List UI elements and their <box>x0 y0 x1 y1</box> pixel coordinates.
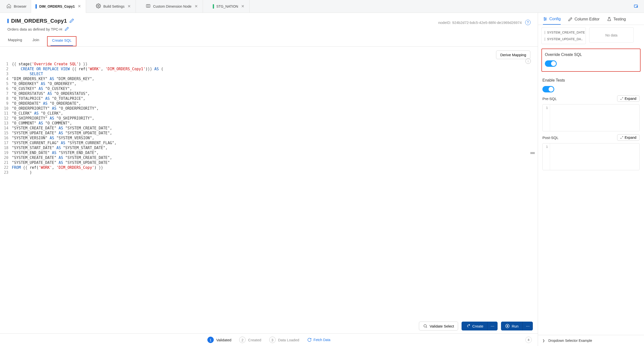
post-sql-expand-button[interactable]: Expand <box>617 134 640 141</box>
subtab-join[interactable]: Join <box>31 36 41 46</box>
create-label: Create <box>472 324 483 328</box>
close-all-tabs-icon[interactable] <box>628 3 644 9</box>
post-sql-editor[interactable]: 1 <box>542 143 640 170</box>
rp-tab-label: Column Editor <box>574 17 599 21</box>
tab-custom-dimension-node[interactable]: Custom Dimension Node ✕ <box>136 0 203 13</box>
accordion-label: Dropdown Selector Example <box>548 339 592 343</box>
column-item[interactable]: SYSTEM_UPDATE_DA.. <box>542 36 586 42</box>
post-sql-section: Post-SQL Expand 1 <box>542 131 640 170</box>
accordion-dropdown-selector[interactable]: ❯ Dropdown Selector Example <box>538 335 644 346</box>
column-name: SYSTEM_CREATE_DATE <box>547 30 585 34</box>
editor-area: Derive Mapping i 12345678910111213141516… <box>0 46 538 319</box>
bar-icon <box>36 4 37 9</box>
home-icon <box>6 3 11 9</box>
fetch-data-label: Fetch Data <box>314 338 330 342</box>
tab-build-settings[interactable]: Build Settings ✕ <box>86 0 136 13</box>
rp-tab-config[interactable]: Config <box>543 17 561 25</box>
tab-stg-nation[interactable]: STG_NATION ✕ <box>203 0 250 13</box>
pre-sql-expand-button[interactable]: Expand <box>617 95 640 102</box>
checkbox-icon[interactable] <box>545 37 545 41</box>
enable-tests-toggle[interactable] <box>542 86 554 92</box>
svg-marker-7 <box>507 325 508 327</box>
close-icon[interactable]: ✕ <box>77 3 81 9</box>
status-step-num: 3 <box>269 337 276 343</box>
enable-tests-section: Enable Tests <box>542 75 640 92</box>
edit-subtitle-icon[interactable] <box>64 27 69 32</box>
svg-point-12 <box>546 19 546 19</box>
column-name: SYSTEM_UPDATE_DA.. <box>547 37 583 41</box>
derive-mapping-button[interactable]: Derive Mapping <box>496 50 530 59</box>
create-button-group: Create ⋯ <box>462 322 498 331</box>
status-step-label: Created <box>248 338 261 342</box>
code-editor[interactable]: 1234567891011121314151617181920212223 {{… <box>2 62 535 175</box>
status-step-num: 1 <box>207 337 214 343</box>
validate-label: Validate Select <box>430 324 454 328</box>
rp-tab-column-editor[interactable]: Column Editor <box>568 17 599 25</box>
pre-sql-label: Pre-SQL <box>542 97 557 101</box>
editor-body[interactable]: {{ stage('Override Create SQL') }} CREAT… <box>12 62 163 175</box>
tab-browser[interactable]: Browser <box>2 0 31 13</box>
expand-label: Expand <box>625 136 636 139</box>
run-button[interactable]: Run <box>501 322 523 331</box>
override-toggle[interactable] <box>545 60 557 67</box>
node-id: nodeID: 924b2d72-bdc5-42e5-88f4-de1969d2… <box>438 20 530 25</box>
column-item[interactable]: SYSTEM_CREATE_DATE <box>542 29 586 36</box>
status-step-created: 2 Created <box>239 337 261 343</box>
create-more-button[interactable]: ⋯ <box>488 322 498 331</box>
svg-line-17 <box>622 137 623 137</box>
subtab-create-sql[interactable]: Create SQL <box>50 37 73 46</box>
checkbox-icon[interactable] <box>545 31 545 34</box>
chevron-right-icon: ❯ <box>542 339 545 342</box>
gear-icon <box>96 3 101 9</box>
pre-sql-section: Pre-SQL Expand 1 <box>542 92 640 131</box>
pre-sql-editor[interactable]: 1 <box>542 104 640 131</box>
rp-tab-testing[interactable]: Testing <box>607 17 626 25</box>
tab-label: DIM_ORDERS_Copy1 <box>39 4 75 8</box>
svg-point-11 <box>544 17 545 18</box>
collapse-up-icon[interactable] <box>526 337 532 343</box>
no-data-box: No data <box>589 27 634 43</box>
create-button[interactable]: Create <box>462 322 488 331</box>
editor-gutter: 1234567891011121314151617181920212223 <box>2 62 12 175</box>
tab-label: STG_NATION <box>216 4 238 8</box>
bar-icon <box>213 4 214 9</box>
rp-tab-label: Config <box>549 17 561 21</box>
node-id-value: nodeID: 924b2d72-bdc5-42e5-88f4-de1969d2… <box>438 20 522 25</box>
scroll-indicator <box>530 152 535 154</box>
right-panel-tabs: Config Column Editor Testing <box>538 13 644 25</box>
validate-select-button[interactable]: Validate Select <box>419 322 458 331</box>
status-step-label: Validated <box>216 338 231 342</box>
run-label: Run <box>512 324 518 328</box>
tab-label: Build Settings <box>103 4 124 8</box>
svg-point-4 <box>424 325 426 327</box>
close-icon[interactable]: ✕ <box>127 3 131 9</box>
bar-icon <box>8 19 9 23</box>
status-step-data-loaded: 3 Data Loaded <box>269 337 299 343</box>
svg-point-13 <box>544 20 545 20</box>
editor-subtabs: Mapping Join Create SQL <box>0 32 538 46</box>
status-step-label: Data Loaded <box>278 338 299 342</box>
status-step-num: 2 <box>239 337 246 343</box>
tab-dim-orders-copy1[interactable]: DIM_ORDERS_Copy1 ✕ <box>31 0 86 13</box>
run-button-group: Run ⋯ <box>501 322 533 331</box>
edit-title-icon[interactable] <box>69 18 74 24</box>
run-more-button[interactable]: ⋯ <box>523 322 533 331</box>
subtab-mapping[interactable]: Mapping <box>6 36 24 46</box>
help-icon[interactable]: ? <box>525 20 530 25</box>
status-step-validated: 1 Validated <box>207 337 231 343</box>
override-label: Override Create SQL <box>545 52 637 57</box>
close-icon[interactable]: ✕ <box>241 3 245 9</box>
close-icon[interactable]: ✕ <box>194 3 198 9</box>
post-sql-label: Post-SQL <box>542 136 558 140</box>
page-title: DIM_ORDERS_Copy1 <box>11 18 67 24</box>
action-bar: Validate Select Create ⋯ Run ⋯ <box>0 319 538 334</box>
right-panel: Config Column Editor Testing SYSTEM_ <box>538 13 644 346</box>
svg-point-0 <box>98 5 99 7</box>
tab-label: Custom Dimension Node <box>153 4 192 8</box>
svg-line-18 <box>620 138 622 139</box>
status-bar: 1 Validated 2 Created 3 Data Loaded Fetc… <box>0 334 538 346</box>
fetch-data-link[interactable]: Fetch Data <box>307 338 330 342</box>
svg-line-5 <box>426 327 427 328</box>
node-icon <box>146 3 151 9</box>
enable-tests-label: Enable Tests <box>542 78 640 82</box>
